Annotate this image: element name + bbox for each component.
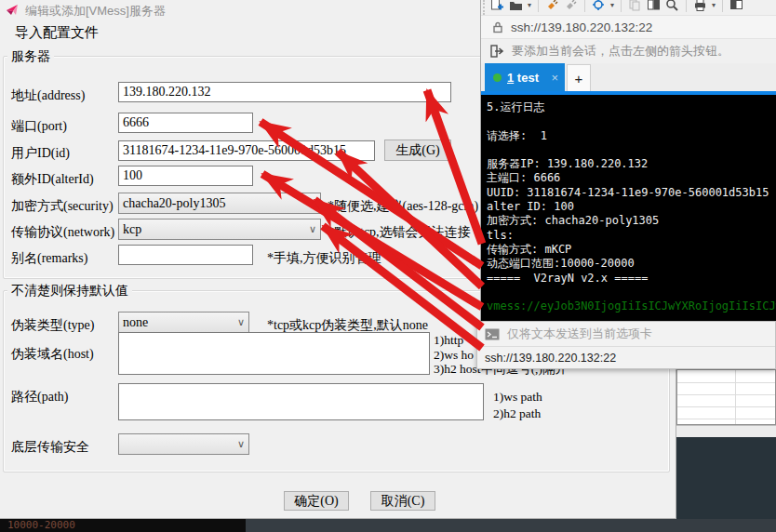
remarks-hint: *手填,方便识别管理	[267, 250, 381, 267]
toolbar-separator	[584, 0, 585, 12]
chevron-down-icon: ∨	[237, 438, 245, 450]
text-line: 请选择: 1	[487, 129, 776, 143]
terminal-statusbar: ssh://139.180.220.132:22	[477, 347, 775, 368]
type-label: 伪装类型(type)	[11, 317, 94, 334]
network-select[interactable]: kcp ∨	[118, 219, 321, 240]
print-caret-icon[interactable]: ▾	[712, 1, 716, 9]
text-line: 1)ws path	[493, 389, 542, 406]
properties-caret-icon[interactable]: ▾	[610, 1, 614, 9]
text-line: 服务器IP: 139.180.220.132	[487, 157, 776, 171]
path-hints: 1)ws path2)h2 path	[493, 389, 542, 422]
new-tab-button[interactable]: +	[567, 64, 591, 91]
user-id-label: 用户ID(id)	[11, 145, 70, 162]
port-label: 端口(port)	[11, 118, 67, 135]
copy-icon[interactable]	[628, 0, 642, 12]
server-group-label: 服务器	[7, 48, 54, 65]
text-line: alter ID: 100	[487, 200, 776, 214]
tls-label: 底层传输安全	[11, 439, 89, 456]
text-line: 传输方式: mKCP	[487, 243, 776, 257]
v2rayn-app-icon	[6, 3, 20, 18]
tls-select[interactable]: ∨	[118, 433, 249, 455]
lock-icon	[492, 21, 503, 33]
toolbar-separator	[538, 0, 539, 12]
text-line: tls:	[487, 229, 776, 243]
add-session-notice: 要添加当前会话，点击左侧的箭头按钮。	[481, 39, 776, 63]
tab-label: test	[517, 71, 539, 85]
terminal-output: 5.运行日志请选择: 1服务器IP: 139.180.220.132主端口: 6…	[487, 100, 776, 286]
address-label: 地址(address)	[11, 87, 85, 104]
new-session-icon[interactable]	[490, 0, 504, 12]
cancel-button[interactable]: 取消(C)	[370, 491, 435, 511]
layout-icon[interactable]	[729, 0, 743, 12]
session-connected-dot-icon	[493, 73, 502, 82]
security-hint: *随便选,建议(aes-128-gcm)	[328, 198, 478, 215]
taskbar	[246, 519, 776, 532]
open-session-folder-icon[interactable]	[509, 0, 523, 12]
taskbar-fragment-text: 10000-20000	[7, 519, 75, 531]
ssh-terminal-window: ▾ ▾ ▾ ssh:/	[480, 0, 776, 369]
text-line: 主端口: 6666	[487, 171, 776, 185]
terminal-screen[interactable]: 5.运行日志请选择: 1服务器IP: 139.180.220.132主端口: 6…	[481, 95, 776, 321]
tab-number: 1	[507, 71, 514, 85]
quick-send-input[interactable]: 仅将文本发送到当前选项卡	[477, 322, 775, 347]
connect-icon[interactable]	[545, 0, 559, 12]
address-input[interactable]	[118, 82, 451, 102]
network-selected-value: kcp	[123, 222, 141, 237]
type-selected-value: none	[123, 315, 148, 330]
toolbar-separator	[686, 0, 687, 12]
chevron-down-icon: ∨	[309, 223, 316, 235]
user-id-input[interactable]	[118, 140, 375, 161]
defaults-group-label: 不清楚则保持默认值	[7, 283, 132, 299]
text-line: 动态端口范围:10000-20000	[487, 257, 776, 271]
print-icon[interactable]	[693, 0, 707, 12]
quick-send-placeholder: 仅将文本发送到当前选项卡	[507, 326, 652, 342]
background-dark-area	[676, 437, 776, 519]
toolbar-grip	[483, 0, 486, 15]
ok-button[interactable]: 确定(O)	[284, 491, 349, 511]
disconnect-icon[interactable]	[564, 0, 578, 12]
dialog-title: 编辑或添加[VMess]服务器	[25, 3, 166, 20]
add-session-arrow-icon	[490, 45, 504, 58]
host-textarea[interactable]	[118, 332, 430, 375]
remarks-label: 别名(remarks)	[11, 250, 87, 267]
toolbar-separator	[722, 0, 723, 12]
open-session-caret-icon[interactable]: ▾	[528, 1, 531, 9]
vmess-share-link: vmess://eyJob3N0IjogIiIsICJwYXRoIjogIiIs…	[487, 299, 776, 313]
tab-close-icon[interactable]: ×	[551, 71, 558, 85]
tile-windows-icon[interactable]	[647, 0, 661, 12]
session-url: ssh://139.180.220.132:22	[511, 20, 652, 34]
tab-session-test[interactable]: 1 test ×	[485, 63, 565, 91]
find-icon[interactable]	[665, 0, 679, 12]
text-line: ===== V2rayN v2.x =====	[487, 272, 776, 286]
properties-gear-icon[interactable]	[592, 0, 606, 12]
text-line: 2)h2 path	[493, 406, 542, 422]
menu-import-config[interactable]: 导入配置文件	[7, 22, 106, 44]
network-hint: *默认tcp,选错会无法连接	[328, 224, 471, 241]
text-line: UUID: 31181674-1234-11e9-970e-560001d53b…	[487, 186, 776, 200]
terminal-tabbar: 1 test × +	[481, 63, 776, 91]
add-session-notice-text: 要添加当前会话，点击左侧的箭头按钮。	[512, 43, 729, 60]
alter-id-label: 额外ID(alterId)	[11, 171, 94, 188]
text-line: 加密方式: chacha20-poly1305	[487, 214, 776, 228]
path-label: 路径(path)	[11, 389, 68, 406]
security-select[interactable]: chacha20-poly1305 ∨	[118, 193, 321, 214]
network-label: 传输协议(network)	[11, 224, 114, 241]
type-select[interactable]: none ∨	[118, 312, 249, 333]
background-spreadsheet-grid	[676, 369, 776, 425]
toolbar-separator	[621, 0, 622, 12]
session-address-bar[interactable]: ssh://139.180.220.132:22	[481, 16, 776, 39]
statusbar-url: ssh://139.180.220.132:22	[485, 352, 616, 365]
port-input[interactable]	[118, 113, 253, 133]
remarks-input[interactable]	[118, 245, 253, 265]
chevron-down-icon: ∨	[309, 197, 316, 209]
path-textarea[interactable]	[118, 383, 484, 420]
generate-uuid-button[interactable]: 生成(G)	[384, 140, 451, 161]
host-label: 伪装域名(host)	[11, 346, 94, 363]
taskbar-fragment: 10000-20000	[0, 519, 246, 532]
alter-id-input[interactable]	[118, 166, 253, 186]
screen: 10000-20000 编辑或添加[VMess]服务器 导入配置文件 服务器 地…	[0, 0, 776, 532]
security-selected-value: chacha20-poly1305	[123, 196, 225, 211]
text-line: 5.运行日志	[487, 100, 776, 114]
terminal-toolbar: ▾ ▾ ▾	[481, 0, 776, 16]
text-line	[487, 114, 776, 128]
